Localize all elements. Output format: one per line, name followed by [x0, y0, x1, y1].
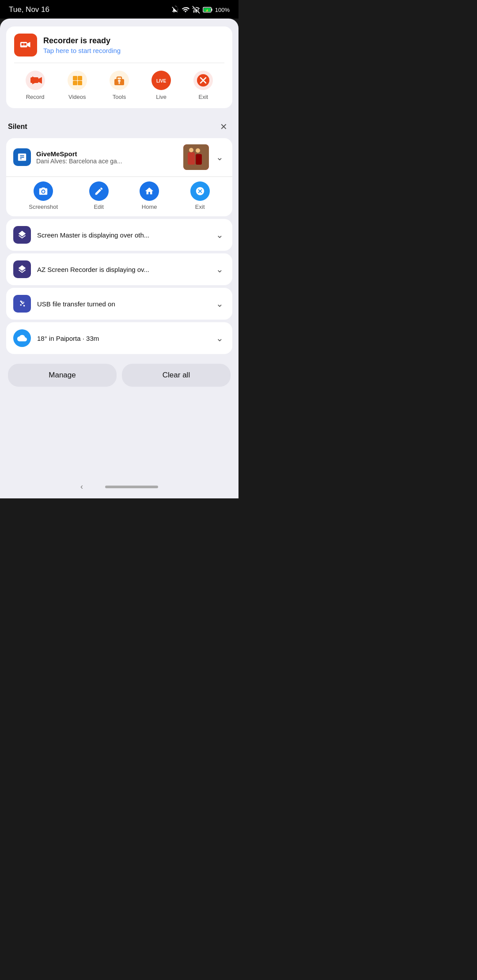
mute-icon: [171, 6, 179, 14]
exit-notif-icon: [190, 181, 210, 201]
screenshot-icon: [34, 181, 53, 201]
exit-recorder-icon-wrap: [193, 70, 213, 90]
action-exit-recorder[interactable]: Exit: [188, 70, 219, 100]
battery-icon: ⚡: [203, 6, 212, 13]
svg-rect-19: [78, 81, 82, 85]
svg-rect-16: [73, 76, 77, 80]
notification-shade: Recorder is ready Tap here to start reco…: [0, 19, 238, 478]
action-record-label: Record: [26, 94, 45, 100]
svg-rect-32: [196, 154, 202, 165]
recorder-card: Recorder is ready Tap here to start reco…: [6, 26, 232, 108]
weather-chevron[interactable]: ⌄: [214, 333, 225, 343]
usb-icon: [13, 295, 31, 313]
usb-text: USB file transfer turned on: [37, 300, 208, 308]
live-icon-wrap: LIVE: [151, 70, 171, 90]
action-record[interactable]: Record: [20, 70, 51, 100]
edit-label: Edit: [94, 204, 103, 210]
action-home[interactable]: Home: [140, 181, 159, 210]
svg-point-33: [189, 148, 193, 152]
close-circle-icon: [195, 186, 205, 196]
battery-level: 100%: [215, 7, 230, 13]
screenmaster-icon: [13, 226, 31, 244]
screenmaster-content: Screen Master is displaying over oth... …: [6, 219, 232, 251]
tools-icon: [109, 70, 129, 90]
givemesport-appname: GiveMeSport: [36, 150, 178, 158]
pencil-icon: [94, 186, 104, 196]
tools-icon-wrap: [109, 70, 129, 90]
nav-bar: ‹: [0, 478, 238, 498]
svg-rect-2: [198, 8, 199, 13]
usb-chevron[interactable]: ⌄: [214, 298, 225, 309]
recorder-header[interactable]: Recorder is ready Tap here to start reco…: [14, 34, 224, 63]
screenmaster-text: Screen Master is displaying over oth...: [37, 231, 208, 239]
givemesport-icon: [13, 148, 31, 166]
usb-content: USB file transfer turned on ⌄: [6, 288, 232, 320]
weather-text: 18° in Paiporta · 33m: [37, 335, 208, 342]
notif-azrecorder[interactable]: AZ Screen Recorder is displaying ov... ⌄: [6, 253, 232, 285]
recorder-subtitle: Tap here to start recording: [43, 47, 121, 54]
record-icon-wrap: [25, 70, 45, 90]
sport-thumbnail-svg: [183, 144, 209, 170]
back-button[interactable]: ‹: [80, 482, 83, 491]
action-screenshot[interactable]: Screenshot: [29, 181, 58, 210]
svg-rect-10: [24, 43, 26, 45]
action-exit-notif[interactable]: Exit: [190, 181, 210, 210]
wifi-icon: [182, 6, 189, 14]
recorder-icon: [19, 39, 32, 51]
action-live[interactable]: LIVE Live: [146, 70, 177, 100]
live-icon: LIVE: [151, 70, 171, 90]
givemesport-thumbnail: [183, 144, 209, 170]
recorder-title: Recorder is ready: [43, 36, 121, 46]
status-icons: ⚡ 100%: [171, 6, 230, 14]
exit-notif-label: Exit: [195, 204, 205, 210]
silent-close-button[interactable]: ✕: [216, 120, 231, 134]
record-icon: [25, 70, 45, 90]
action-live-label: Live: [156, 94, 167, 100]
layers-icon: [17, 230, 27, 240]
svg-point-34: [196, 148, 200, 153]
azrecorder-chevron[interactable]: ⌄: [214, 264, 225, 275]
manage-button[interactable]: Manage: [8, 364, 117, 387]
home-pill[interactable]: [105, 486, 158, 488]
camera-icon: [38, 186, 48, 196]
recorder-app-icon: [14, 34, 37, 57]
svg-rect-5: [211, 8, 212, 11]
givemesport-chevron[interactable]: ⌄: [214, 152, 225, 162]
exit-recorder-icon: [193, 70, 213, 90]
action-edit[interactable]: Edit: [89, 181, 109, 210]
svg-point-15: [68, 71, 87, 90]
weather-content: 18° in Paiporta · 33m ⌄: [6, 322, 232, 354]
svg-rect-23: [118, 82, 120, 84]
house-icon: [144, 186, 154, 196]
svg-rect-9: [21, 43, 23, 45]
action-videos[interactable]: Videos: [62, 70, 93, 100]
notif-weather[interactable]: 18° in Paiporta · 33m ⌄: [6, 322, 232, 354]
svg-rect-0: [193, 11, 194, 13]
action-exit-recorder-label: Exit: [199, 94, 208, 100]
azrecorder-icon: [13, 260, 31, 278]
quick-actions: Record Videos: [14, 70, 224, 100]
newspaper-icon: [17, 152, 27, 162]
action-tools-label: Tools: [113, 94, 126, 100]
notif-screenmaster[interactable]: Screen Master is displaying over oth... …: [6, 219, 232, 251]
svg-point-35: [42, 190, 45, 193]
givemesport-content: GiveMeSport Dani Alves: Barcelona ace ga…: [36, 150, 178, 165]
silent-label: Silent: [8, 123, 27, 131]
azrecorder-content: AZ Screen Recorder is displaying ov... ⌄: [6, 253, 232, 285]
screenmaster-chevron[interactable]: ⌄: [214, 230, 225, 240]
layers2-icon: [17, 264, 27, 274]
svg-rect-17: [78, 76, 82, 80]
bottom-buttons: Manage Clear all: [6, 357, 232, 391]
clear-all-button[interactable]: Clear all: [122, 364, 231, 387]
svg-rect-1: [196, 9, 197, 13]
svg-point-22: [118, 79, 121, 82]
svg-rect-13: [30, 77, 38, 83]
usb-symbol-icon: [17, 299, 27, 309]
notif-usb[interactable]: USB file transfer turned on ⌄: [6, 288, 232, 320]
notif-givemesport-main[interactable]: GiveMeSport Dani Alves: Barcelona ace ga…: [6, 138, 232, 176]
screenshot-label: Screenshot: [29, 204, 58, 210]
givemesport-actions: Screenshot Edit Home: [6, 177, 232, 216]
action-videos-label: Videos: [68, 94, 86, 100]
home-label: Home: [142, 204, 157, 210]
action-tools[interactable]: Tools: [104, 70, 135, 100]
